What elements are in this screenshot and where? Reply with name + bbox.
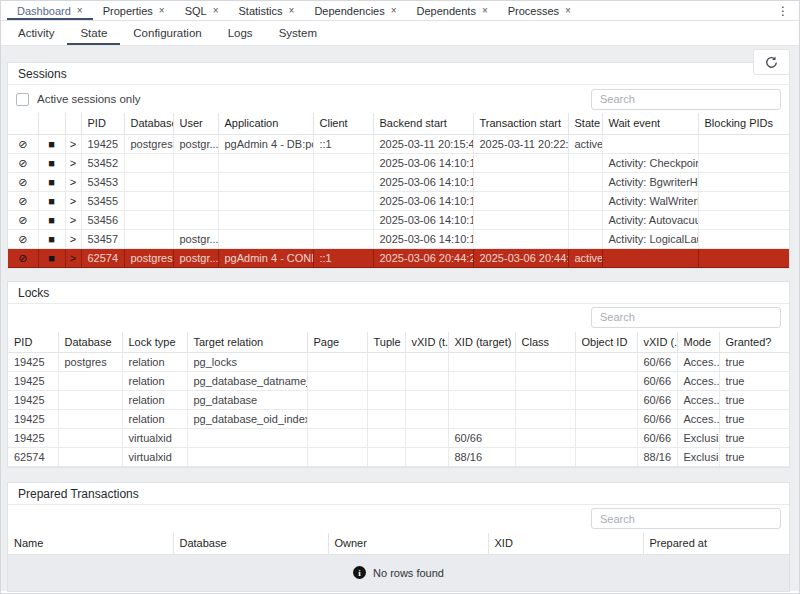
terminate-session-icon[interactable]: ■ (48, 177, 55, 188)
expand-row-icon[interactable]: > (70, 196, 76, 207)
column-header[interactable]: Granted? (719, 332, 789, 353)
table-cell[interactable] (568, 229, 602, 248)
table-cell[interactable] (124, 191, 173, 210)
table-cell[interactable]: 2025-03-06 14:10:11 ... (373, 229, 473, 248)
active-sessions-only-checkbox[interactable]: Active sessions only (16, 93, 141, 106)
table-cell[interactable]: 2025-03-06 20:44:25 ... (473, 248, 568, 267)
cancel-query-icon[interactable]: ⊘ (18, 253, 27, 264)
table-cell[interactable]: 60/66 (637, 429, 677, 448)
table-cell[interactable] (367, 448, 405, 467)
cancel-query-icon[interactable]: ⊘ (18, 215, 27, 226)
table-row[interactable]: 19425virtualxid60/6660/66Exclusi...true (8, 429, 789, 448)
table-cell[interactable]: Acces... (677, 391, 719, 410)
table-cell[interactable]: Activity: LogicalLaun... (602, 229, 698, 248)
table-cell[interactable] (218, 229, 313, 248)
prepared-search-input[interactable] (591, 508, 781, 529)
table-cell[interactable] (568, 172, 602, 191)
table-cell[interactable] (575, 372, 637, 391)
table-cell[interactable] (698, 210, 789, 229)
terminate-session-icon[interactable]: ■ (48, 158, 55, 169)
table-cell[interactable]: 88/16 (448, 448, 515, 467)
table-cell[interactable]: Activity: BgwriterHib... (602, 172, 698, 191)
table-cell[interactable]: true (719, 429, 789, 448)
table-cell[interactable] (307, 372, 367, 391)
close-tab-icon[interactable]: × (565, 6, 571, 16)
table-cell[interactable] (568, 191, 602, 210)
cancel-query-icon[interactable]: ⊘ (18, 139, 27, 150)
column-header[interactable]: Database (173, 533, 328, 554)
table-cell[interactable]: 53453 (81, 172, 124, 191)
table-cell[interactable]: ::1 (313, 134, 373, 153)
refresh-button[interactable] (753, 49, 790, 75)
table-cell[interactable]: 60/66 (448, 429, 515, 448)
table-cell[interactable]: 62574 (8, 448, 58, 467)
table-cell[interactable]: 19425 (8, 410, 58, 429)
table-cell[interactable] (698, 191, 789, 210)
table-cell[interactable]: 60/66 (637, 391, 677, 410)
table-cell[interactable]: 2025-03-06 14:10:11 ... (373, 172, 473, 191)
table-cell[interactable] (218, 191, 313, 210)
table-row[interactable]: ⊘■>53457postgr...2025-03-06 14:10:11 ...… (8, 229, 789, 248)
table-cell[interactable]: 2025-03-06 14:10:11 ... (373, 210, 473, 229)
expand-row-icon[interactable]: > (70, 234, 76, 245)
table-cell[interactable]: 2025-03-06 14:10:11 ... (373, 153, 473, 172)
table-cell[interactable] (58, 410, 122, 429)
table-cell[interactable]: pg_database_datname_ind... (187, 372, 307, 391)
tab-statistics[interactable]: Statistics× (229, 1, 305, 20)
table-cell[interactable]: 19425 (8, 353, 58, 372)
row-action-cell[interactable]: ⊘ (8, 229, 38, 248)
column-header[interactable]: vXID (... (637, 332, 677, 353)
cancel-query-icon[interactable]: ⊘ (18, 158, 27, 169)
table-cell[interactable] (473, 191, 568, 210)
table-cell[interactable]: Acces... (677, 372, 719, 391)
table-cell[interactable] (313, 172, 373, 191)
table-cell[interactable] (124, 210, 173, 229)
column-header[interactable]: Blocking PIDs (698, 113, 789, 134)
table-cell[interactable] (405, 372, 448, 391)
table-cell[interactable] (173, 172, 218, 191)
column-header[interactable]: Name (8, 533, 173, 554)
column-header[interactable]: Tuple (367, 332, 405, 353)
table-cell[interactable]: relation (122, 391, 187, 410)
table-cell[interactable] (405, 429, 448, 448)
table-cell[interactable]: Activity: WalWriterM... (602, 191, 698, 210)
table-cell[interactable]: 2025-03-06 14:10:11 ... (373, 191, 473, 210)
table-cell[interactable] (124, 153, 173, 172)
tab-properties[interactable]: Properties× (93, 1, 175, 20)
column-header[interactable]: Target relation (187, 332, 307, 353)
table-row[interactable]: ⊘■>62574postgrespostgr...pgAdmin 4 - CON… (8, 248, 789, 267)
table-cell[interactable]: Acces... (677, 353, 719, 372)
column-header[interactable]: Database (124, 113, 173, 134)
table-cell[interactable] (367, 429, 405, 448)
table-cell[interactable]: true (719, 353, 789, 372)
table-cell[interactable] (602, 134, 698, 153)
table-cell[interactable]: 88/16 (637, 448, 677, 467)
column-header[interactable]: Wait event (602, 113, 698, 134)
close-tab-icon[interactable]: × (482, 6, 488, 16)
close-tab-icon[interactable]: × (77, 6, 83, 16)
column-header[interactable]: Prepared at (643, 533, 789, 554)
table-cell[interactable] (568, 210, 602, 229)
table-cell[interactable]: relation (122, 410, 187, 429)
table-cell[interactable]: 60/66 (637, 410, 677, 429)
table-cell[interactable]: relation (122, 372, 187, 391)
table-cell[interactable] (602, 248, 698, 267)
column-header[interactable]: Lock type (122, 332, 187, 353)
table-cell[interactable]: Acces... (677, 410, 719, 429)
table-cell[interactable]: pgAdmin 4 - CONN:6... (218, 248, 313, 267)
table-cell[interactable] (58, 372, 122, 391)
table-cell[interactable]: pg_database (187, 391, 307, 410)
table-cell[interactable] (698, 229, 789, 248)
table-cell[interactable]: 2025-03-11 20:22:36 ... (473, 134, 568, 153)
column-header[interactable]: Client (313, 113, 373, 134)
table-cell[interactable] (124, 172, 173, 191)
table-cell[interactable] (575, 410, 637, 429)
table-cell[interactable]: true (719, 410, 789, 429)
terminate-session-icon[interactable]: ■ (48, 215, 55, 226)
table-cell[interactable] (515, 429, 575, 448)
table-cell[interactable] (405, 353, 448, 372)
table-cell[interactable] (515, 391, 575, 410)
table-cell[interactable]: Activity: Checkpointe... (602, 153, 698, 172)
row-action-cell[interactable]: ⊘ (8, 191, 38, 210)
table-cell[interactable] (307, 429, 367, 448)
